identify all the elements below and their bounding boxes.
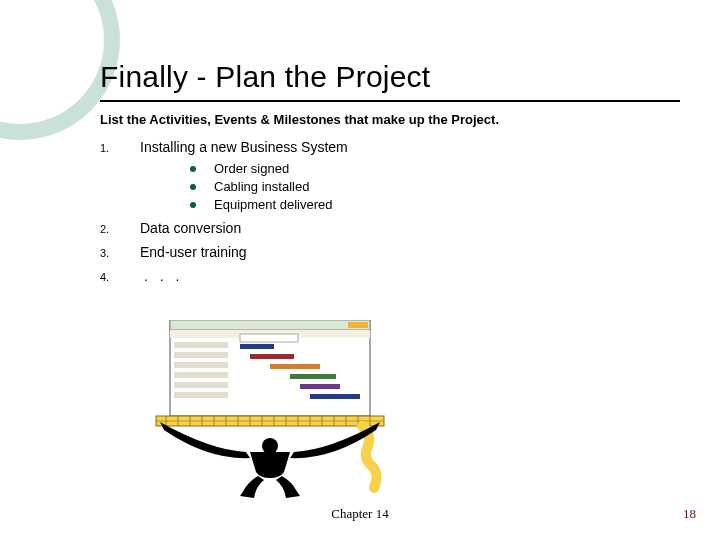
svg-rect-13 [290,374,336,379]
sub-list-text: Equipment delivered [214,197,333,212]
sub-list-item: Cabling installed [190,179,680,194]
bullet-icon [190,166,196,172]
list-text: . . . [144,268,183,284]
sub-list-item: Equipment delivered [190,197,680,212]
footer-chapter: Chapter 14 [0,506,720,522]
list-number: 4. [100,271,140,283]
list-item: 3. End-user training [100,244,680,260]
list-text: End-user training [140,244,247,260]
title-underline [100,100,680,102]
svg-rect-6 [174,372,228,378]
svg-rect-10 [240,344,274,349]
svg-rect-4 [174,352,228,358]
footer-page-number: 18 [683,506,696,522]
bullet-icon [190,202,196,208]
svg-rect-14 [300,384,340,389]
svg-rect-7 [174,382,228,388]
list-item: 4. . . . [100,268,680,284]
figure-holding-gantt-illustration [150,320,390,500]
numbered-list: 1. Installing a new Business System Orde… [100,139,680,284]
list-text: Data conversion [140,220,241,236]
list-number: 1. [100,142,140,154]
sub-list-item: Order signed [190,161,680,176]
svg-rect-8 [174,392,228,398]
svg-rect-12 [270,364,320,369]
svg-rect-9 [240,334,298,342]
list-text: Installing a new Business System [140,139,348,155]
slide-subtitle: List the Activities, Events & Milestones… [100,112,680,127]
sub-list: Order signed Cabling installed Equipment… [190,161,680,212]
slide-content: Finally - Plan the Project List the Acti… [100,60,680,284]
sub-list-text: Order signed [214,161,289,176]
svg-rect-11 [250,354,294,359]
svg-rect-15 [310,394,360,399]
svg-rect-5 [174,362,228,368]
list-number: 3. [100,247,140,259]
list-number: 2. [100,223,140,235]
slide-title: Finally - Plan the Project [100,60,680,94]
sub-list-text: Cabling installed [214,179,309,194]
list-item: 1. Installing a new Business System [100,139,680,155]
svg-rect-1 [170,320,370,330]
bullet-icon [190,184,196,190]
list-item: 2. Data conversion [100,220,680,236]
svg-rect-3 [174,342,228,348]
svg-point-37 [262,438,278,454]
svg-rect-16 [348,322,368,328]
